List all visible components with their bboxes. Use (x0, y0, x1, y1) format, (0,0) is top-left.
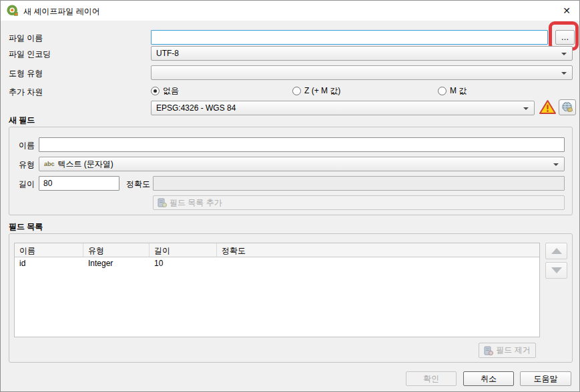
cell-type: Integer (83, 257, 150, 270)
chevron-down-icon (561, 72, 567, 75)
warning-icon (539, 99, 557, 115)
new-field-group-title: 새 필드 (9, 115, 35, 126)
extra-dimensions-label: 추가 차원 (9, 87, 43, 98)
add-field-icon (158, 198, 167, 207)
remove-field-icon (484, 346, 493, 355)
radio-z-plus-m[interactable]: Z (+ M 값) (292, 85, 340, 96)
close-icon[interactable]: ✕ (557, 3, 576, 19)
radio-m-value[interactable]: M 값 (438, 85, 467, 96)
chevron-down-icon (561, 53, 567, 55)
radio-m-value-label: M 값 (450, 85, 467, 97)
field-list-table[interactable]: 이름 유형 길이 정확도 id Integer 10 (14, 243, 540, 337)
new-shapefile-layer-dialog: 새 셰이프파일 레이어 ✕ 파일 이름 … 파일 인코딩 UTF-8 도형 유형… (0, 0, 580, 392)
geometry-type-label: 도형 유형 (9, 68, 43, 79)
field-length-input[interactable] (39, 176, 119, 191)
field-name-input[interactable] (39, 137, 565, 152)
file-name-input[interactable] (151, 30, 548, 45)
radio-none-label: 없음 (163, 85, 179, 97)
column-header-type[interactable]: 유형 (83, 243, 150, 257)
field-type-select[interactable]: abc 텍스트 (문자열) (39, 157, 565, 171)
add-field-button[interactable]: 필드 목록 추가 (153, 195, 565, 210)
crs-selector-globe-icon[interactable] (559, 99, 576, 115)
column-header-precision[interactable]: 정확도 (217, 243, 539, 257)
move-down-icon (551, 267, 562, 273)
column-header-name[interactable]: 이름 (15, 243, 83, 257)
ok-button[interactable]: 확인 (406, 371, 457, 386)
browse-button[interactable]: … (555, 30, 575, 45)
qgis-logo-icon (7, 5, 19, 17)
field-length-label: 길이 (19, 179, 35, 190)
radio-z-plus-m-label: Z (+ M 값) (304, 85, 340, 97)
remove-field-button-label: 필드 제거 (496, 345, 530, 356)
add-field-button-label: 필드 목록 추가 (170, 197, 222, 209)
radio-icon (438, 87, 447, 95)
radio-icon (151, 87, 160, 95)
chevron-down-icon (523, 107, 529, 110)
window-title: 새 셰이프파일 레이어 (23, 6, 100, 17)
geometry-type-select[interactable] (151, 65, 573, 80)
help-button[interactable]: 도움말 (520, 371, 571, 386)
cancel-button[interactable]: 취소 (463, 371, 514, 386)
remove-field-button[interactable]: 필드 제거 (479, 343, 536, 358)
abc-text-icon: abc (44, 161, 55, 167)
field-type-label: 유형 (19, 159, 35, 171)
file-encoding-value: UTF-8 (156, 49, 179, 58)
cell-precision (217, 257, 539, 270)
column-header-length[interactable]: 길이 (150, 243, 217, 257)
file-encoding-select[interactable]: UTF-8 (151, 46, 573, 61)
file-name-label: 파일 이름 (9, 33, 43, 44)
table-header-row: 이름 유형 길이 정확도 (15, 243, 539, 257)
field-name-label: 이름 (19, 140, 35, 151)
field-precision-input[interactable] (153, 176, 565, 191)
cell-name: id (15, 257, 83, 270)
radio-icon (292, 87, 301, 95)
radio-none[interactable]: 없음 (151, 85, 179, 96)
crs-value: EPSG:4326 - WGS 84 (156, 103, 236, 113)
field-precision-label: 정확도 (126, 179, 150, 190)
field-list-group-title: 필드 목록 (9, 221, 43, 233)
move-up-button[interactable] (545, 243, 567, 259)
table-row[interactable]: id Integer 10 (15, 257, 539, 270)
move-up-icon (551, 248, 562, 254)
file-encoding-label: 파일 인코딩 (9, 49, 51, 60)
field-type-value: 텍스트 (문자열) (58, 159, 113, 170)
chevron-down-icon (553, 163, 559, 166)
move-down-button[interactable] (545, 262, 567, 279)
cell-length: 10 (150, 257, 217, 270)
crs-select[interactable]: EPSG:4326 - WGS 84 (151, 101, 535, 115)
title-bar: 새 셰이프파일 레이어 ✕ (1, 1, 579, 21)
